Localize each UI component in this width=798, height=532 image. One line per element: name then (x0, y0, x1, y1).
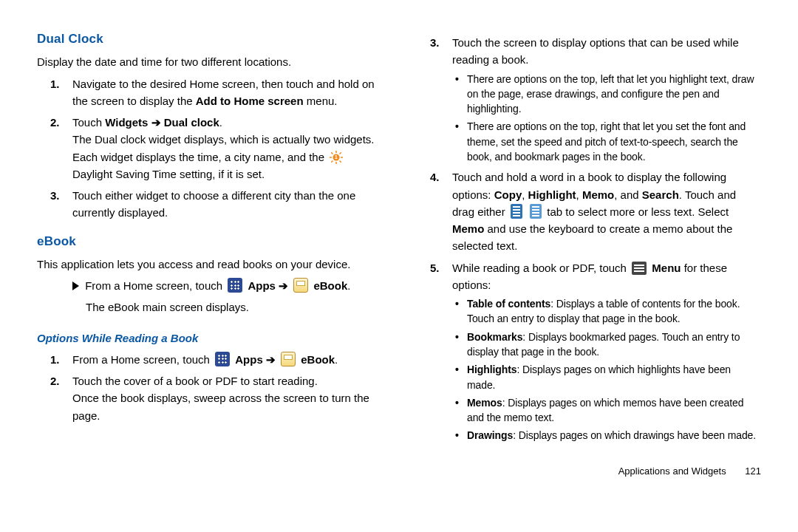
svg-line-6 (340, 160, 341, 162)
menu-icon (632, 262, 647, 275)
svg-text:1: 1 (335, 154, 338, 160)
dual-clock-intro: Display the date and time for two differ… (37, 53, 381, 70)
step-text: Touch and hold a word in a book to displ… (452, 171, 736, 252)
dst-sun-icon: 1 (330, 151, 343, 164)
page-number: 121 (745, 466, 761, 477)
triangle-bullet-icon (72, 282, 79, 290)
step-body: Once the book displays, sweep across the… (72, 389, 381, 424)
list-item: 3. Touch the screen to display options t… (417, 34, 761, 164)
step-text: From a Home screen, touch Apps ➔ eBook. (72, 353, 338, 366)
ebook-intro: This application lets you access and rea… (37, 256, 381, 273)
ebook-icon (293, 278, 308, 293)
list-item: 3. Touch either widget to choose a diffe… (37, 187, 381, 222)
step-text: Navigate to the desired Home screen, the… (72, 78, 375, 107)
heading-ebook: eBook (37, 232, 381, 251)
list-item: Memos: Displays pages on which memos hav… (452, 395, 761, 426)
heading-options-reading: Options While Reading a Book (37, 330, 381, 347)
step-text: While reading a book or PDF, touch Menu … (452, 262, 727, 291)
ebook-launch-step: From a Home screen, touch Apps ➔ eBook. … (37, 277, 381, 316)
left-column: Dual Clock Display the date and time for… (37, 30, 381, 479)
list-item: Bookmarks: Displays bookmarked pages. To… (452, 330, 761, 360)
menu-options: Table of contents: Displays a table of c… (452, 296, 761, 443)
svg-line-8 (331, 160, 332, 162)
apps-icon (228, 278, 242, 293)
list-item: 1. From a Home screen, touch Apps ➔ eBoo… (37, 351, 381, 368)
list-item: 2. Touch Widgets ➔ Dual clock. The Dual … (37, 114, 381, 183)
step-text: Touch the screen to display options that… (452, 36, 739, 66)
page: Dual Clock Display the date and time for… (37, 30, 761, 479)
step-text: Touch either widget to choose a differen… (72, 189, 355, 219)
ebook-icon (281, 352, 296, 366)
footer-section: Applications and Widgets (618, 466, 726, 477)
list-item: Drawings: Displays pages on which drawin… (452, 428, 761, 443)
options-steps: 1. From a Home screen, touch Apps ➔ eBoo… (37, 351, 381, 424)
heading-dual-clock: Dual Clock (37, 30, 381, 49)
svg-line-7 (340, 152, 341, 154)
step-text: Touch Widgets ➔ Dual clock. (72, 116, 222, 129)
page-footer: Applications and Widgets 121 (417, 464, 761, 479)
list-item: 1. Navigate to the desired Home screen, … (37, 75, 381, 110)
ebook-launch-body: The eBook main screen displays. (72, 299, 381, 316)
right-column: 3. Touch the screen to display options t… (417, 30, 761, 479)
dual-clock-steps: 1. Navigate to the desired Home screen, … (37, 75, 381, 222)
step-body: The Dual clock widget displays, which is… (72, 131, 381, 183)
apps-icon (215, 352, 230, 366)
options-steps-cont: 3. Touch the screen to display options t… (417, 34, 761, 443)
list-item: There are options on the top, right that… (452, 119, 761, 164)
list-item: Highlights: Displays pages on which high… (452, 362, 761, 392)
list-item: Table of contents: Displays a table of c… (452, 296, 761, 327)
list-item: 2. Touch the cover of a book or PDF to s… (37, 372, 381, 424)
selection-handle-left-icon (511, 204, 522, 219)
step-text: Touch the cover of a book or PDF to star… (72, 375, 318, 387)
list-item: 5. While reading a book or PDF, touch Me… (417, 259, 761, 443)
svg-line-5 (331, 152, 332, 154)
sub-bullets: There are options on the top, left that … (452, 72, 761, 165)
list-item: There are options on the top, left that … (452, 72, 761, 117)
list-item: 4. Touch and hold a word in a book to di… (417, 168, 761, 254)
selection-handle-right-icon (530, 204, 542, 219)
